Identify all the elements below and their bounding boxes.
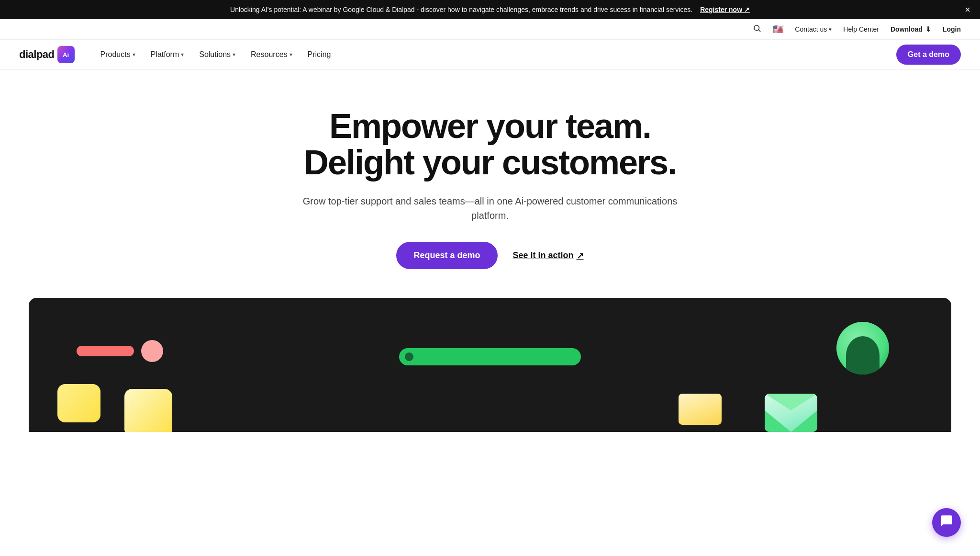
envelope-flap (765, 394, 817, 410)
download-label: Download (891, 25, 923, 33)
hero-subtext: Grow top-tier support and sales teams—al… (294, 194, 686, 223)
green-envelope (765, 394, 817, 432)
contact-chevron-icon: ▾ (829, 26, 832, 33)
see-it-in-action-button[interactable]: See it in action ↗ (513, 250, 584, 261)
logo-icon: Ai (57, 46, 75, 63)
resources-chevron-icon: ▾ (290, 51, 292, 58)
search-icon[interactable] (753, 24, 761, 34)
logo[interactable]: dialpad Ai (19, 46, 75, 63)
yellow-card-2 (124, 389, 172, 432)
announcement-bar: Unlocking AI's potential: A webinar by G… (0, 0, 980, 19)
hero-headline: Empower your team. Delight your customer… (294, 108, 686, 181)
request-demo-button[interactable]: Request a demo (396, 242, 497, 269)
download-icon: ⬇ (925, 25, 931, 33)
logo-text: dialpad (19, 48, 55, 61)
announcement-cta[interactable]: Register now ↗ (700, 6, 750, 13)
platform-chevron-icon: ▾ (181, 51, 184, 58)
download-button[interactable]: Download ⬇ (891, 25, 931, 33)
main-nav: dialpad Ai Products ▾ Platform ▾ Solutio… (0, 40, 980, 70)
red-progress-bar (77, 346, 134, 356)
login-button[interactable]: Login (943, 25, 961, 33)
nav-pricing[interactable]: Pricing (301, 45, 338, 64)
top-nav: 🇺🇸 Contact us ▾ Help Center Download ⬇ L… (0, 19, 980, 40)
contact-us-label: Contact us (795, 25, 827, 33)
solutions-chevron-icon: ▾ (233, 51, 235, 58)
nav-platform[interactable]: Platform ▾ (144, 45, 191, 64)
nav-links: Products ▾ Platform ▾ Solutions ▾ Resour… (94, 45, 889, 64)
green-dot (405, 352, 413, 361)
announcement-text: Unlocking AI's potential: A webinar by G… (230, 6, 692, 13)
nav-resources[interactable]: Resources ▾ (244, 45, 299, 64)
help-center-link[interactable]: Help Center (843, 25, 879, 33)
demo-area (29, 298, 951, 432)
external-link-icon: ↗ (577, 250, 584, 261)
products-chevron-icon: ▾ (133, 51, 135, 58)
yellow-envelope (679, 394, 722, 427)
hero-section: Empower your team. Delight your customer… (275, 70, 705, 298)
yellow-card-1 (57, 384, 100, 422)
nav-solutions[interactable]: Solutions ▾ (192, 45, 242, 64)
demo-inner (29, 298, 951, 432)
envelope-body (765, 394, 817, 432)
hero-buttons: Request a demo See it in action ↗ (294, 242, 686, 269)
pink-circle-decoration (141, 340, 163, 362)
svg-line-1 (759, 30, 760, 31)
get-a-demo-button[interactable]: Get a demo (896, 45, 961, 65)
green-progress-bar (399, 348, 581, 365)
envelope-bottom-left (765, 410, 791, 432)
announcement-close[interactable]: × (965, 5, 970, 14)
nav-products[interactable]: Products ▾ (94, 45, 142, 64)
avatar-circle (836, 322, 889, 374)
contact-us-dropdown[interactable]: Contact us ▾ (795, 25, 832, 33)
language-flag[interactable]: 🇺🇸 (773, 24, 783, 34)
envelope-bottom-right (791, 410, 817, 432)
yellow-envelope-body (679, 394, 722, 425)
avatar-body (846, 336, 880, 374)
login-label: Login (943, 25, 961, 33)
help-center-label: Help Center (843, 25, 879, 33)
